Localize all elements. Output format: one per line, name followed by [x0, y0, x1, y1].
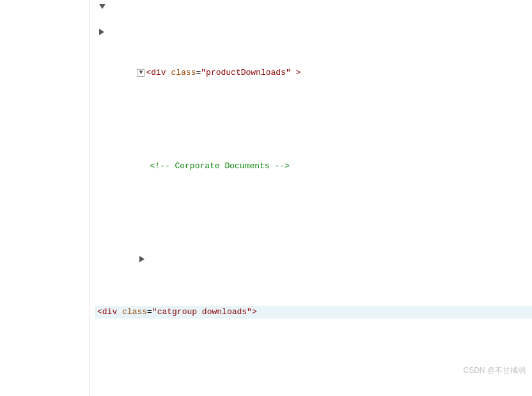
code-line-3 — [95, 239, 532, 252]
code-area: ▼<div class="productDownloads" > <!-- Co… — [90, 0, 532, 396]
fold-box-1[interactable]: ▼ — [137, 69, 145, 77]
fold-triangle-3[interactable] — [139, 256, 145, 262]
code-line-1: ▼<div class="productDownloads" > — [95, 53, 532, 93]
code-line-4: <div class="catgroup downloads"> — [95, 306, 532, 319]
fold-arrow-1[interactable] — [99, 1, 108, 13]
code-line-2: <!-- Corporate Documents --> — [95, 147, 532, 186]
fold-arrow-3[interactable] — [99, 27, 107, 38]
code-line-5 — [95, 372, 532, 385]
editor-container: ▼<div class="productDownloads" > <!-- Co… — [0, 0, 532, 396]
line-gutter — [0, 0, 90, 396]
